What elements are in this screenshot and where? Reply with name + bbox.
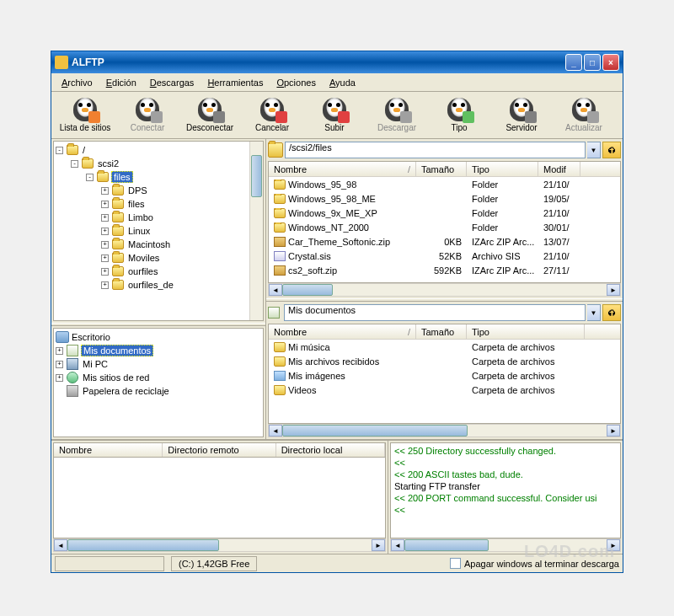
toolbar-servidor[interactable]: Servidor bbox=[491, 94, 552, 137]
list-item[interactable]: Windows_95_98_MEFolder19/05/ bbox=[269, 191, 620, 206]
go-up-button[interactable]: ⮉ bbox=[602, 142, 621, 158]
queue-column-header[interactable]: Directorio remoto bbox=[163, 443, 275, 457]
tree-node[interactable]: +Moviles bbox=[56, 251, 261, 265]
column-header[interactable]: Tamaño bbox=[416, 162, 467, 176]
expander-icon[interactable]: + bbox=[56, 361, 63, 368]
expander-icon[interactable]: + bbox=[101, 268, 109, 276]
scroll-left-button[interactable]: ◄ bbox=[54, 539, 67, 551]
list-item[interactable]: Mis imágenesCarpeta de archivos bbox=[269, 368, 620, 383]
menu-opciones[interactable]: Opciones bbox=[270, 76, 322, 89]
local-tree-node[interactable]: +Mis sitios de red bbox=[56, 371, 261, 384]
toolbar-lista-de-sitios[interactable]: Lista de sitios bbox=[55, 94, 115, 137]
tree-node[interactable]: -scsi2 bbox=[56, 157, 261, 170]
list-item[interactable]: Mi músicaCarpeta de archivos bbox=[269, 340, 620, 354]
scroll-right-button[interactable]: ► bbox=[607, 425, 620, 437]
toolbar-subir[interactable]: Subir bbox=[304, 94, 365, 137]
file-modified: 21/10/ bbox=[538, 179, 580, 190]
tree-node[interactable]: -files bbox=[56, 170, 261, 184]
remote-hscroll[interactable]: ◄ ► bbox=[268, 283, 621, 297]
tree-node[interactable]: +DPS bbox=[56, 184, 261, 197]
expander-icon[interactable]: + bbox=[101, 281, 109, 289]
local-hscroll[interactable]: ◄ ► bbox=[268, 424, 621, 437]
local-file-list[interactable]: Nombre/TamañoTipo Mi músicaCarpeta de ar… bbox=[268, 324, 621, 424]
scroll-left-button[interactable]: ◄ bbox=[269, 425, 282, 437]
path-dropdown-button[interactable]: ▼ bbox=[587, 142, 601, 158]
scroll-left-button[interactable]: ◄ bbox=[391, 539, 404, 551]
queue-column-header[interactable]: Directorio local bbox=[276, 443, 385, 457]
expander-icon[interactable]: + bbox=[101, 228, 109, 235]
scroll-right-button[interactable]: ► bbox=[372, 539, 385, 551]
remote-path-input[interactable]: /scsi2/files bbox=[285, 142, 586, 158]
tree-node[interactable]: +Linux bbox=[56, 224, 261, 238]
tree-node[interactable]: -/ bbox=[56, 143, 261, 157]
list-item[interactable]: cs2_soft.zip592KBIZArc ZIP Arc...27/11/ bbox=[269, 263, 620, 277]
tree-node[interactable]: +files bbox=[56, 197, 261, 211]
local-path-input[interactable]: Mis documentos bbox=[284, 304, 586, 321]
menu-descargas[interactable]: Descargas bbox=[143, 76, 201, 89]
maximize-button[interactable]: □ bbox=[584, 54, 601, 71]
list-item[interactable]: Car_Theme_Softonic.zip0KBIZArc ZIP Arc..… bbox=[269, 234, 620, 249]
tree-label: / bbox=[81, 145, 87, 155]
column-header[interactable]: Modif bbox=[538, 162, 580, 176]
column-header[interactable]: Tamaño bbox=[416, 324, 467, 339]
list-item[interactable]: VideosCarpeta de archivos bbox=[269, 383, 620, 397]
log-output[interactable]: << 250 Directory successfully changed.<<… bbox=[390, 442, 621, 538]
file-type: IZArc ZIP Arc... bbox=[467, 265, 538, 276]
list-item[interactable]: Mis archivos recibidosCarpeta de archivo… bbox=[269, 354, 620, 368]
file-name: cs2_soft.zip bbox=[288, 265, 337, 276]
queue-hscroll[interactable]: ◄ ► bbox=[53, 538, 386, 552]
expander-icon[interactable]: + bbox=[101, 187, 109, 195]
minimize-button[interactable]: _ bbox=[565, 54, 582, 71]
list-item[interactable]: Windows_9x_ME_XPFolder21/10/ bbox=[269, 206, 620, 220]
remote-tree[interactable]: -/-scsi2-files+DPS+files+Limbo+Linux+Mac… bbox=[53, 141, 264, 321]
local-tree-node[interactable]: +Mi PC bbox=[56, 357, 261, 371]
trash-icon bbox=[67, 385, 78, 397]
horizontal-splitter[interactable] bbox=[51, 323, 265, 326]
local-tree[interactable]: Escritorio+Mis documentos+Mi PC+Mis siti… bbox=[53, 328, 264, 437]
expander-icon[interactable]: - bbox=[56, 147, 63, 154]
expander-icon[interactable]: + bbox=[101, 214, 109, 222]
menu-archivo[interactable]: Archivo bbox=[55, 76, 99, 89]
right-splitter[interactable] bbox=[266, 298, 623, 302]
list-item[interactable]: Windows_NT_2000Folder30/01/ bbox=[269, 220, 620, 234]
local-go-up-button[interactable]: ⮉ bbox=[602, 304, 621, 321]
folder-icon bbox=[97, 172, 109, 182]
list-item[interactable]: Crystal.sis52KBArchivo SIS21/10/ bbox=[269, 249, 620, 263]
expander-icon[interactable]: - bbox=[71, 160, 78, 168]
queue-column-header[interactable]: Nombre bbox=[54, 443, 163, 457]
remote-file-list[interactable]: Nombre/TamañoTipoModif Windows_95_98Fold… bbox=[268, 161, 621, 283]
shutdown-checkbox[interactable] bbox=[450, 558, 461, 569]
local-tree-node[interactable]: Papelera de reciclaje bbox=[56, 384, 261, 398]
tree-scrollbar[interactable] bbox=[249, 142, 263, 320]
toolbar-tipo[interactable]: Tipo bbox=[429, 94, 489, 137]
column-header[interactable]: Tipo bbox=[467, 324, 585, 339]
list-item[interactable]: Windows_95_98Folder21/10/ bbox=[269, 177, 620, 191]
column-header[interactable]: Nombre/ bbox=[269, 162, 416, 176]
tree-node[interactable]: +Limbo bbox=[56, 211, 261, 224]
expander-icon[interactable]: + bbox=[56, 374, 63, 382]
expander-icon[interactable]: - bbox=[86, 174, 94, 181]
tree-label: files bbox=[126, 199, 147, 209]
tree-node[interactable]: +ourfiles bbox=[56, 265, 261, 278]
queue-body[interactable] bbox=[53, 458, 386, 538]
tree-node[interactable]: +Macintosh bbox=[56, 238, 261, 251]
close-button[interactable]: × bbox=[602, 54, 619, 71]
expander-icon[interactable]: + bbox=[56, 347, 63, 355]
toolbar-desconectar[interactable]: Desconectar bbox=[179, 94, 240, 137]
local-dropdown-button[interactable]: ▼ bbox=[587, 304, 601, 321]
scroll-right-button[interactable]: ► bbox=[607, 284, 620, 296]
toolbar-cancelar[interactable]: Cancelar bbox=[242, 94, 302, 137]
local-tree-node[interactable]: +Mis documentos bbox=[56, 344, 261, 357]
expander-icon[interactable]: + bbox=[101, 254, 109, 262]
menu-ayuda[interactable]: Ayuda bbox=[323, 76, 362, 89]
tree-node[interactable]: +ourfiles_de bbox=[56, 278, 261, 292]
expander-icon[interactable]: + bbox=[101, 241, 109, 249]
desktop-root[interactable]: Escritorio bbox=[56, 330, 261, 344]
column-header[interactable]: Nombre/ bbox=[269, 324, 416, 339]
menu-edición[interactable]: Edición bbox=[99, 76, 143, 89]
column-header[interactable]: Tipo bbox=[467, 162, 538, 176]
expander-icon[interactable]: + bbox=[101, 201, 109, 208]
menu-herramientas[interactable]: Herramientas bbox=[201, 76, 270, 89]
scroll-left-button[interactable]: ◄ bbox=[269, 284, 282, 296]
zip-icon bbox=[274, 237, 286, 247]
